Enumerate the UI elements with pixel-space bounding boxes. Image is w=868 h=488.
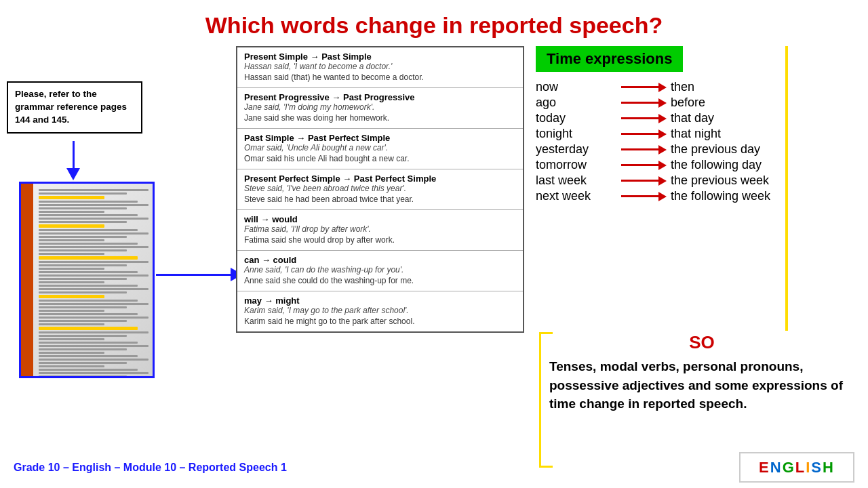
english-logo: ENGLISH xyxy=(739,452,854,483)
grammar-row: Present Simple → Past SimpleHassan said,… xyxy=(237,47,523,88)
time-pair: next weekthe following week xyxy=(536,189,854,203)
time-to: the following week xyxy=(671,189,770,203)
grammar-heading: may → might xyxy=(244,296,516,306)
grammar-line: Omar said, 'Uncle Ali bought a new car'. xyxy=(244,143,516,152)
grammar-line: Jane said she was doing her homework. xyxy=(244,112,516,124)
grammar-line: Fatima said she would drop by after work… xyxy=(244,234,516,246)
grammar-row: may → mightKarim said, 'I may go to the … xyxy=(237,291,523,331)
grammar-line: Anne said, 'I can do the washing-up for … xyxy=(244,265,516,274)
footer: Grade 10 – English – Module 10 – Reporte… xyxy=(0,452,868,483)
time-to: the following day xyxy=(671,158,762,172)
time-arrow-icon xyxy=(621,83,667,92)
grammar-line: Karim said, 'I may go to the park after … xyxy=(244,306,516,315)
grammar-row: will → wouldFatima said, 'I'll drop by a… xyxy=(237,210,523,251)
so-text: Tenses, modal verbs, personal pronouns, … xyxy=(549,357,854,413)
grammar-row: Present Perfect Simple → Past Perfect Si… xyxy=(237,169,523,210)
grammar-line: Karim said he might go to the park after… xyxy=(244,315,516,327)
grammar-heading: Present Perfect Simple → Past Perfect Si… xyxy=(244,174,516,184)
time-arrow-icon xyxy=(621,161,667,170)
grammar-line: Hassan said, 'I want to become a doctor.… xyxy=(244,62,516,71)
time-expressions-header: Time expressions xyxy=(536,46,683,72)
time-from: ago xyxy=(536,96,617,110)
so-label: SO xyxy=(549,332,854,353)
time-arrow-icon xyxy=(621,98,667,108)
grammar-row: Past Simple → Past Perfect SimpleOmar sa… xyxy=(237,129,523,169)
time-to: the previous day xyxy=(671,142,760,157)
grammar-line: Omar said his uncle Ali had bought a new… xyxy=(244,152,516,165)
time-arrow-icon xyxy=(621,114,667,123)
arrow-down-icon xyxy=(66,141,80,180)
time-from: yesterday xyxy=(536,142,617,157)
time-pair: tomorrowthe following day xyxy=(536,158,854,172)
time-to: that night xyxy=(671,127,721,141)
so-section: SO Tenses, modal verbs, personal pronoun… xyxy=(549,332,854,413)
grammar-row: can → couldAnne said, 'I can do the wash… xyxy=(237,251,523,291)
time-pair: agobefore xyxy=(536,96,854,110)
arrow-right-icon xyxy=(156,268,243,281)
grammar-heading: Past Simple → Past Perfect Simple xyxy=(244,133,516,143)
time-pair: tonightthat night xyxy=(536,127,854,141)
time-from: last week xyxy=(536,174,617,188)
time-pair: todaythat day xyxy=(536,111,854,125)
grammar-line: Jane said, 'I'm doing my homework'. xyxy=(244,102,516,112)
grammar-line: Hassan said (that) he wanted to become a… xyxy=(244,71,516,83)
time-arrow-icon xyxy=(621,192,667,201)
grammar-line: Steve said, 'I've been abroad twice this… xyxy=(244,184,516,193)
time-pair: last weekthe previous week xyxy=(536,174,854,188)
time-to: the previous week xyxy=(671,174,769,188)
time-from: next week xyxy=(536,189,617,203)
time-to: then xyxy=(671,80,694,94)
time-from: tonight xyxy=(536,127,617,141)
textbook-image xyxy=(19,182,155,378)
time-from: tomorrow xyxy=(536,158,617,172)
time-pair: nowthen xyxy=(536,80,854,94)
grammar-row: Present Progressive → Past ProgressiveJa… xyxy=(237,88,523,129)
grammar-heading: will → would xyxy=(244,214,516,224)
time-to: before xyxy=(671,96,705,110)
time-arrow-icon xyxy=(621,129,667,139)
time-pair: yesterdaythe previous day xyxy=(536,142,854,157)
grammar-table: Present Simple → Past SimpleHassan said,… xyxy=(236,46,524,333)
footer-text: Grade 10 – English – Module 10 – Reporte… xyxy=(14,462,287,474)
grammar-line: Fatima said, 'I'll drop by after work'. xyxy=(244,224,516,234)
grammar-heading: can → could xyxy=(244,255,516,265)
grammar-line: Steve said he had been abroad twice that… xyxy=(244,193,516,205)
time-expressions-section: Time expressions nowthenagobeforetodayth… xyxy=(536,46,854,203)
time-from: now xyxy=(536,80,617,94)
reference-box: Please, refer to the grammar reference p… xyxy=(7,81,142,134)
time-arrow-icon xyxy=(621,145,667,155)
time-to: that day xyxy=(671,111,714,125)
time-arrow-icon xyxy=(621,176,667,186)
page-title: Which words change in reported speech? xyxy=(0,0,868,45)
grammar-line: Anne said she could do the washing-up fo… xyxy=(244,274,516,287)
time-pairs-list: nowthenagobeforetodaythat daytonightthat… xyxy=(536,80,854,203)
grammar-heading: Present Progressive → Past Progressive xyxy=(244,92,516,102)
grammar-heading: Present Simple → Past Simple xyxy=(244,52,516,62)
time-from: today xyxy=(536,111,617,125)
